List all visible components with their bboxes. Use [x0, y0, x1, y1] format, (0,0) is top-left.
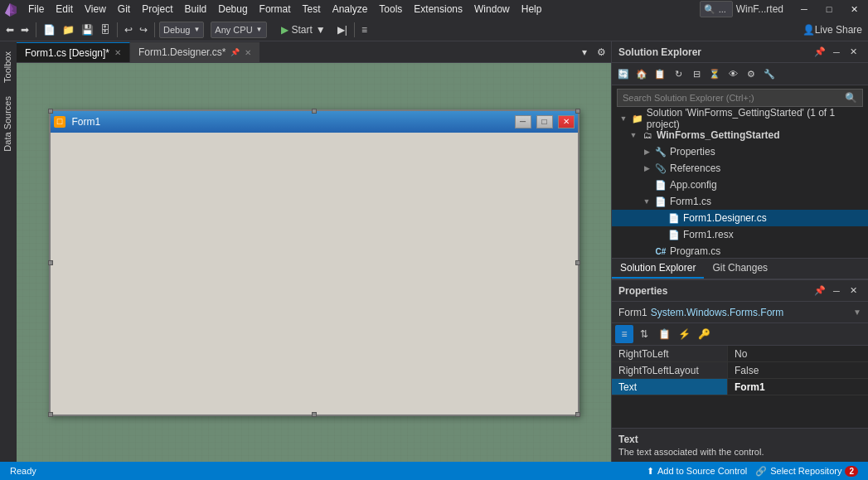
menu-extensions[interactable]: Extensions — [409, 2, 468, 17]
se-collapse-button[interactable]: ⊟ — [688, 65, 705, 82]
minimize-button[interactable]: ─ — [793, 2, 815, 16]
save-button[interactable]: 💾 — [79, 21, 96, 39]
start-button[interactable]: ▶ Start ▼ — [274, 21, 333, 39]
tab-overflow-button[interactable]: ▾ — [577, 42, 592, 62]
resize-left-handle[interactable] — [48, 260, 53, 265]
menu-git[interactable]: Git — [113, 2, 135, 17]
menu-build[interactable]: Build — [180, 2, 212, 17]
props-alpha-button[interactable]: ⇅ — [635, 325, 653, 343]
se-appconfig-node[interactable]: ▶ 📄 App.config — [612, 177, 868, 193]
props-auto-hide-button[interactable]: ─ — [828, 283, 845, 299]
close-button[interactable]: ✕ — [843, 2, 865, 16]
menu-file[interactable]: File — [23, 2, 49, 17]
form-close-button[interactable]: ✕ — [558, 115, 575, 128]
prop-row-text[interactable]: Text Form1 — [612, 379, 868, 395]
tab-form1-designer-close-icon[interactable]: ✕ — [245, 48, 251, 57]
menu-project[interactable]: Project — [137, 2, 177, 17]
new-file-button[interactable]: 📄 — [41, 21, 58, 39]
menu-help[interactable]: Help — [516, 2, 547, 17]
prop-row-righttoleft[interactable]: RightToLeft No — [612, 346, 868, 362]
se-pending-button[interactable]: ⏳ — [706, 65, 723, 82]
se-settings-button[interactable]: ⚙ — [743, 65, 759, 82]
menu-edit[interactable]: Edit — [51, 2, 78, 17]
menu-test[interactable]: Test — [298, 2, 326, 17]
menu-format[interactable]: Format — [255, 2, 296, 17]
resize-se-handle[interactable] — [575, 412, 580, 417]
properties-object-selector[interactable]: Form1 System.Windows.Forms.Form ▼ — [612, 302, 868, 323]
prop-row-righttoleftlayout[interactable]: RightToLeftLayout False — [612, 362, 868, 379]
menu-tools[interactable]: Tools — [374, 2, 407, 17]
tab-solution-explorer[interactable]: Solution Explorer — [612, 259, 704, 279]
se-search-box[interactable]: 🔍 — [617, 89, 863, 107]
properties-object-dropdown-icon[interactable]: ▼ — [853, 308, 861, 317]
se-view-button[interactable]: 👁 — [725, 65, 741, 82]
tab-settings-button[interactable]: ⚙ — [592, 42, 611, 62]
se-references-node[interactable]: ▶ 📎 References — [612, 160, 868, 177]
open-button[interactable]: 📁 — [60, 21, 77, 39]
se-properties-button[interactable]: 📋 — [652, 65, 668, 82]
resize-right-handle[interactable] — [575, 260, 580, 265]
se-solution-node[interactable]: ▼ 📁 Solution 'WinForms_GettingStarted' (… — [612, 110, 868, 127]
props-pin-button[interactable]: 📌 — [812, 283, 828, 299]
resize-bottom-handle[interactable] — [312, 412, 317, 417]
props-proppage-button[interactable]: 🔑 — [695, 325, 713, 343]
save-all-button[interactable]: 🗄 — [98, 21, 113, 39]
redo-button[interactable]: ↪ — [137, 21, 150, 39]
properties-description: Text The text associated with the contro… — [612, 428, 868, 462]
form-restore-button[interactable]: □ — [536, 115, 553, 128]
properties-toolbar: ≡ ⇅ 📋 ⚡ 🔑 — [612, 323, 868, 346]
se-toolbar: 🔄 🏠 📋 ↻ ⊟ ⏳ 👁 ⚙ 🔧 — [612, 63, 868, 85]
se-form1resx-node[interactable]: ▶ 📄 Form1.resx — [612, 226, 868, 243]
step-over-button[interactable]: ▶| — [335, 21, 350, 39]
prop-value-text: Form1 — [728, 379, 868, 395]
live-share-button[interactable]: 👤 Live Share — [800, 21, 865, 39]
cpu-config-dropdown[interactable]: Any CPU ▼ — [211, 22, 266, 38]
tab-form1-designer[interactable]: Form1.Designer.cs* 📌 ✕ — [130, 42, 260, 62]
tab-form1-design[interactable]: Form1.cs [Design]* ✕ — [17, 42, 130, 62]
repo-icon: 🔗 — [755, 466, 767, 477]
menu-debug[interactable]: Debug — [213, 2, 252, 17]
se-sync-button[interactable]: 🔄 — [615, 65, 632, 82]
se-pin-button[interactable]: 📌 — [812, 44, 828, 61]
form-minimize-button[interactable]: ─ — [515, 115, 531, 128]
se-search-input[interactable] — [623, 93, 841, 103]
data-sources-tab[interactable]: Data Sources — [1, 90, 16, 158]
se-form1cs-node[interactable]: ▼ 📄 Form1.cs — [612, 193, 868, 210]
se-wrench-button[interactable]: 🔧 — [761, 65, 778, 82]
debug-config-dropdown[interactable]: Debug ▼ — [159, 22, 204, 38]
resize-top-handle[interactable] — [312, 109, 317, 114]
props-close-button[interactable]: ✕ — [845, 283, 861, 299]
tab-bar: Form1.cs [Design]* ✕ Form1.Designer.cs* … — [17, 41, 611, 63]
se-programcs-node[interactable]: ▶ C# Program.cs — [612, 243, 868, 258]
se-form1designer-node[interactable]: ▶ 📄 Form1.Designer.cs — [612, 210, 868, 226]
toolbar-sep-1 — [36, 22, 36, 37]
tab-git-changes[interactable]: Git Changes — [704, 259, 776, 279]
se-refresh-button[interactable]: ↻ — [670, 65, 686, 82]
se-auto-hide-button[interactable]: ─ — [828, 44, 845, 61]
form-window[interactable]: ☐ Form1 ─ □ ✕ — [49, 109, 579, 416]
toolbox-tab[interactable]: Toolbox — [1, 45, 16, 90]
back-button[interactable]: ⬅ — [3, 21, 17, 39]
props-properties-button[interactable]: 📋 — [655, 325, 673, 343]
props-events-button[interactable]: ⚡ — [675, 325, 693, 343]
status-select-repo[interactable]: 🔗 Select Repository 2 — [752, 466, 861, 477]
properties-label: Properties — [670, 146, 715, 158]
se-properties-node[interactable]: ▶ 🔧 Properties — [612, 143, 868, 160]
menu-analyze[interactable]: Analyze — [327, 2, 373, 17]
resize-sw-handle[interactable] — [48, 412, 53, 417]
resize-ne-handle[interactable] — [575, 109, 580, 114]
status-source-control[interactable]: ⬆ Add to Source Control — [643, 466, 750, 477]
menu-window[interactable]: Window — [469, 2, 515, 17]
menu-view[interactable]: View — [80, 2, 111, 17]
undo-button[interactable]: ↩ — [122, 21, 135, 39]
se-home-button[interactable]: 🏠 — [633, 65, 650, 82]
resize-nw-handle[interactable] — [48, 109, 53, 114]
se-search-icon: 🔍 — [845, 92, 857, 104]
props-category-button[interactable]: ≡ — [615, 325, 633, 343]
se-close-button[interactable]: ✕ — [845, 44, 861, 61]
search-box[interactable]: 🔍 ... — [700, 1, 733, 17]
restore-button[interactable]: □ — [818, 2, 840, 16]
forward-button[interactable]: ➡ — [18, 21, 32, 39]
more-toolbar[interactable]: ≡ — [359, 21, 370, 39]
tab-form1-design-close-icon[interactable]: ✕ — [114, 48, 121, 57]
